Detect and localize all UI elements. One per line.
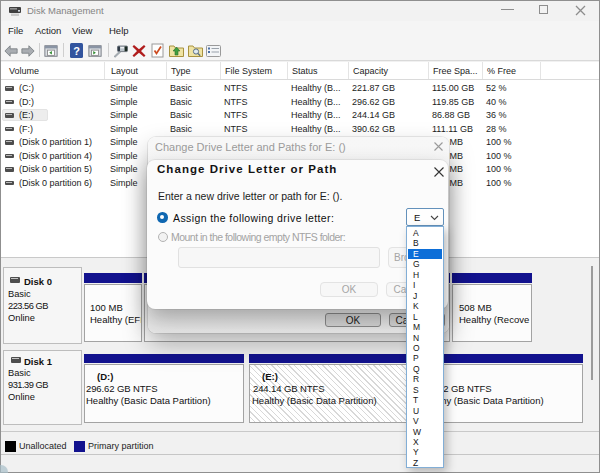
svg-text:?: ? — [73, 45, 80, 57]
